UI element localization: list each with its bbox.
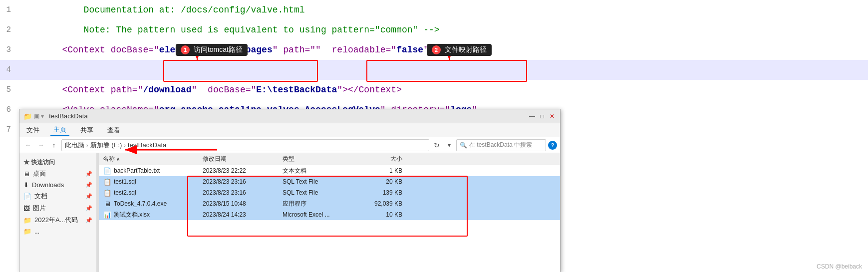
file-size: 139 KB [362, 189, 402, 196]
file-icon: 📋 [103, 177, 112, 186]
file-list[interactable]: 名称 ∧ 修改日期 类型 大小 📄backPartTable.txt2023/8… [99, 153, 560, 272]
file-icon: 📋 [103, 188, 112, 197]
breadcrumb-folder: testBackData [128, 141, 166, 149]
star-icon: ★ [23, 159, 29, 166]
file-date: 2023/8/23 23:16 [203, 178, 283, 185]
maximize-button[interactable]: □ [538, 112, 546, 120]
file-type: 应用程序 [283, 200, 362, 208]
downloads-icon: ⬇ [23, 181, 29, 189]
back-button[interactable]: ← [22, 140, 33, 151]
address-bar: ← → ↑ 此电脑 › 新加卷 (E:) › testBackData ↻ ▾ … [19, 137, 560, 153]
tab-file[interactable]: 文件 [23, 125, 42, 136]
up-button[interactable]: ↑ [48, 140, 59, 151]
code-folder-icon: 📁 [23, 217, 31, 224]
tab-home[interactable]: 主页 [50, 124, 69, 136]
file-size: 10 KB [362, 211, 402, 218]
breadcrumb[interactable]: 此电脑 › 新加卷 (E:) › testBackData [61, 139, 429, 151]
file-date: 2023/8/24 14:23 [203, 211, 283, 218]
file-type: Microsoft Excel ... [283, 211, 362, 218]
list-item[interactable]: 🖥ToDesk_4.7.0.4.exe2023/8/15 10:48应用程序92… [99, 198, 560, 209]
minimize-button[interactable]: — [528, 112, 536, 120]
desktop-icon: 🖥 [23, 170, 30, 178]
close-button[interactable]: ✕ [548, 112, 556, 120]
file-name: test2.sql [114, 189, 136, 196]
file-date: 2023/8/23 22:22 [203, 167, 283, 174]
sidebar-item-desktop[interactable]: 🖥 桌面 📌 [19, 168, 96, 180]
code-editor: 1 Documentation at: /docs/config/valve.h… [0, 0, 868, 272]
breadcrumb-computer: 此电脑 [65, 141, 84, 150]
window-title: testBackData [49, 112, 87, 120]
code-line-4: 4 [0, 60, 868, 80]
pictures-icon: 🖼 [23, 205, 30, 212]
list-item[interactable]: 📊测试文档.xlsx2023/8/24 14:23Microsoft Excel… [99, 209, 560, 220]
explorer-main: ★ 快速访问 🖥 桌面 📌 ⬇ Downloads 📌 📄 文档 📌 [19, 153, 560, 272]
code-line-1: 1 Documentation at: /docs/config/valve.h… [0, 0, 868, 20]
file-name: ToDesk_4.7.0.4.exe [114, 200, 167, 207]
refresh-button[interactable]: ↻ [431, 140, 442, 151]
col-header-date[interactable]: 修改日期 [203, 155, 283, 163]
file-date: 2023/8/15 10:48 [203, 200, 283, 207]
title-left: 📁 ▣ ▾ testBackData [23, 112, 88, 120]
window-controls: — □ ✕ [528, 112, 556, 120]
file-name: 测试文档.xlsx [114, 211, 150, 219]
file-list-header: 名称 ∧ 修改日期 类型 大小 [99, 153, 560, 165]
file-type: SQL Text File [283, 189, 362, 196]
file-icon: 📊 [103, 210, 112, 219]
sidebar-item-documents[interactable]: 📄 文档 📌 [19, 190, 96, 202]
search-icon: 🔍 [460, 142, 467, 149]
search-placeholder: 在 testBackData 中搜索 [469, 141, 532, 149]
tab-view[interactable]: 查看 [104, 125, 123, 136]
file-icon: 🖥 [103, 199, 112, 208]
file-date: 2023/8/23 23:16 [203, 189, 283, 196]
breadcrumb-drive: 新加卷 (E:) [90, 141, 122, 150]
forward-button[interactable]: → [35, 140, 46, 151]
file-size: 1 KB [362, 167, 402, 174]
col-header-name[interactable]: 名称 ∧ [103, 155, 203, 163]
annotation-num-1: 1 [181, 45, 190, 54]
file-size: 20 KB [362, 178, 402, 185]
sidebar-item-extra[interactable]: 📁 ... [19, 226, 96, 237]
sidebar-item-code[interactable]: 📁 2022年A...代码 📌 [19, 214, 96, 226]
col-header-type[interactable]: 类型 [283, 155, 362, 163]
annotation-file-path: 2 文件映射路径 [427, 44, 492, 56]
list-item[interactable]: 📋test2.sql2023/8/23 23:16SQL Text File13… [99, 187, 560, 198]
help-button[interactable]: ? [548, 141, 557, 150]
col-header-size[interactable]: 大小 [362, 155, 402, 163]
folder-icon-title: 📁 [23, 112, 32, 120]
dropdown-button[interactable]: ▾ [444, 140, 454, 151]
file-explorer-window: 📁 ▣ ▾ testBackData — □ ✕ 文件 主页 共享 查看 ← →… [19, 109, 561, 272]
annotation-num-2: 2 [432, 45, 441, 54]
file-type: 文本文档 [283, 167, 362, 175]
file-name: backPartTable.txt [114, 167, 160, 174]
code-line-5: 5 <Context path="/download" docBase="E:\… [0, 80, 868, 100]
list-item[interactable]: 📄backPartTable.txt2023/8/23 22:22文本文档1 K… [99, 165, 560, 176]
list-item[interactable]: 📋test1.sql2023/8/23 23:16SQL Text File20… [99, 176, 560, 187]
file-size: 92,039 KB [362, 200, 402, 207]
tab-share[interactable]: 共享 [77, 125, 96, 136]
ribbon: 文件 主页 共享 查看 [19, 123, 560, 137]
file-name: test1.sql [114, 178, 136, 185]
file-type: SQL Text File [283, 178, 362, 185]
titlebar: 📁 ▣ ▾ testBackData — □ ✕ [19, 109, 560, 123]
sidebar-item-pictures[interactable]: 🖼 图片 📌 [19, 202, 96, 214]
annotation-tomcat-path: 1 访问tomcat路径 [176, 44, 248, 56]
sidebar-section-quickaccess: ★ 快速访问 [19, 156, 96, 168]
file-icon: 📄 [103, 166, 112, 175]
code-line-2: 2 Note: The pattern used is equivalent t… [0, 20, 868, 40]
sidebar: ★ 快速访问 🖥 桌面 📌 ⬇ Downloads 📌 📄 文档 📌 [19, 153, 97, 272]
extra-icon: 📁 [23, 228, 31, 235]
file-rows-container: 📄backPartTable.txt2023/8/23 22:22文本文档1 K… [99, 165, 560, 220]
search-box[interactable]: 🔍 在 testBackData 中搜索 [456, 139, 546, 151]
sidebar-item-downloads[interactable]: ⬇ Downloads 📌 [19, 180, 96, 190]
documents-icon: 📄 [23, 193, 31, 200]
watermark: CSDN @beiback [817, 263, 862, 270]
